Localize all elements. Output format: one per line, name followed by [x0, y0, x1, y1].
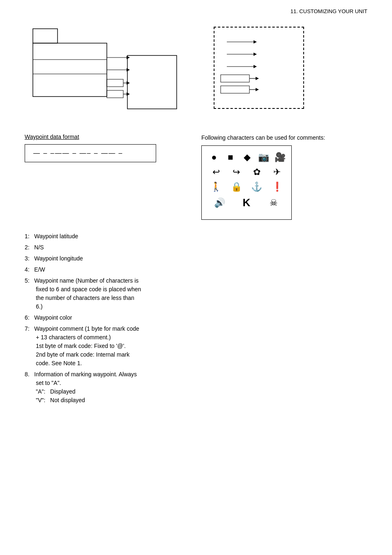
char-arrow-right: ↪ — [230, 167, 242, 177]
char-exclaim: ❗ — [271, 182, 283, 192]
list-item-7: 7: Waypoint comment (1 byte for mark cod… — [25, 325, 177, 368]
char-circle: ● — [208, 152, 220, 163]
diagram-right — [214, 27, 304, 109]
content-area: 1: Waypoint latitude 2: N/S 3: Waypoint … — [25, 232, 367, 407]
svg-rect-12 — [107, 90, 123, 98]
diagram-area — [25, 27, 367, 117]
numbered-list: 1: Waypoint latitude 2: N/S 3: Waypoint … — [25, 232, 177, 407]
char-row-4: 🔊 K ☠ — [208, 196, 285, 209]
comments-note: Following characters can be used for com… — [201, 134, 367, 220]
svg-rect-21 — [221, 75, 249, 82]
list-item-4: 4: E/W — [25, 265, 177, 274]
svg-marker-20 — [254, 65, 257, 68]
svg-rect-1 — [33, 43, 107, 97]
middle-section: Waypoint data format — – –—— – —– – —— –… — [25, 134, 367, 220]
right-diagram-svg — [219, 32, 301, 110]
svg-marker-16 — [254, 40, 257, 44]
char-skull: ☠ — [267, 198, 280, 208]
list-item-1: 1: Waypoint latitude — [25, 232, 177, 241]
list-item-6: 6: Waypoint color — [25, 313, 177, 322]
comments-note-text: Following characters can be used for com… — [201, 134, 367, 142]
list-item-3: 3: Waypoint longitude — [25, 254, 177, 263]
svg-rect-0 — [33, 29, 58, 43]
svg-marker-18 — [254, 53, 257, 56]
svg-rect-9 — [107, 79, 123, 87]
char-row-2: ↩ ↪ ✿ ✈ — [208, 167, 285, 177]
char-diamond: ◆ — [241, 152, 253, 163]
char-row-3: 🚶 🔒 ⚓ ❗ — [208, 182, 285, 192]
diagram-left — [25, 27, 197, 117]
list-item-8: 8. Information of marking waypoint. Alwa… — [25, 370, 177, 405]
svg-marker-14 — [127, 92, 130, 96]
svg-rect-4 — [127, 55, 177, 109]
char-person: 🚶 — [210, 182, 222, 192]
char-lock: 🔒 — [230, 182, 242, 192]
char-arrow-left: ↩ — [210, 167, 222, 177]
list-item-2: 2: N/S — [25, 243, 177, 252]
characters-box: ● ■ ◆ 📷 🎥 ↩ ↪ ✿ ✈ 🚶 🔒 ⚓ ❗ 🔊 — [201, 145, 292, 220]
char-camera1: 📷 — [257, 152, 270, 163]
char-row-1: ● ■ ◆ 📷 🎥 — [208, 152, 285, 163]
list-item-5: 5: Waypoint name (Number of characters i… — [25, 276, 177, 311]
main-diagram-svg — [25, 27, 197, 117]
svg-marker-11 — [127, 81, 130, 85]
svg-rect-24 — [221, 86, 249, 93]
svg-marker-6 — [127, 56, 130, 59]
svg-marker-8 — [127, 68, 130, 71]
char-camera2: 🎥 — [274, 152, 286, 163]
char-anchor: ⚓ — [251, 182, 263, 192]
page-header: 11. CUSTOMIZING YOUR UNIT — [25, 8, 367, 14]
char-speaker: 🔊 — [213, 198, 226, 208]
svg-marker-26 — [256, 88, 259, 91]
char-square: ■ — [224, 152, 237, 163]
char-plane: ✈ — [271, 167, 283, 177]
waypoint-format-title: Waypoint data format — [25, 134, 177, 140]
waypoint-format: Waypoint data format — – –—— – —– – —— – — [25, 134, 177, 162]
format-box: — – –—— – —– – —— – — [25, 144, 156, 162]
svg-marker-23 — [256, 77, 259, 80]
char-flower: ✿ — [251, 167, 263, 177]
char-k: K — [240, 196, 253, 209]
